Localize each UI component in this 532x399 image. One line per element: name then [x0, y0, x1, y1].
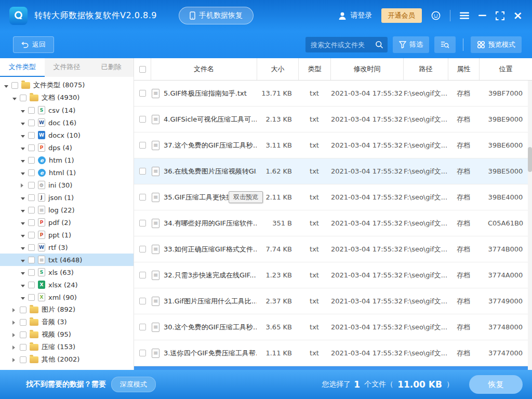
- expand-arrow-icon[interactable]: [21, 131, 26, 139]
- tree-item-images[interactable]: 图片 (892): [0, 303, 134, 316]
- collapse-arrow-icon[interactable]: [12, 356, 18, 364]
- tree-item-dps[interactable]: dps (4): [0, 141, 134, 154]
- tree-checkbox[interactable]: [20, 331, 26, 338]
- column-header-attr[interactable]: 属性: [448, 58, 479, 80]
- preview-mode-button[interactable]: 预览模式: [471, 36, 522, 53]
- table-row[interactable]: 30.这个免费的GIF压缩工具秒... 3.65 KB txt 2021-03-…: [134, 314, 532, 340]
- tree-checkbox[interactable]: [28, 232, 35, 238]
- collapse-arrow-icon[interactable]: [12, 343, 18, 351]
- table-row[interactable]: 31.Gif图片压缩用什么工具比... 2.37 KB txt 2021-03-…: [134, 288, 532, 314]
- expand-arrow-icon[interactable]: [21, 256, 26, 264]
- tree-checkbox[interactable]: [28, 207, 35, 214]
- expand-arrow-icon[interactable]: [4, 82, 9, 89]
- tree-checkbox[interactable]: [28, 269, 35, 276]
- column-header-type[interactable]: 类型: [298, 58, 330, 80]
- table-row[interactable]: 4.GIFSicle可视化压缩工具可... 2.13 KB txt 2021-0…: [134, 107, 532, 132]
- tree-item-doc[interactable]: doc (16): [0, 116, 134, 129]
- row-checkbox[interactable]: [139, 350, 146, 356]
- tree-checkbox[interactable]: [28, 157, 35, 164]
- expand-arrow-icon[interactable]: [21, 219, 26, 227]
- tree-checkbox[interactable]: [28, 132, 35, 139]
- row-checkbox[interactable]: [139, 116, 146, 123]
- tree-item-audio[interactable]: 音频 (3): [0, 316, 134, 328]
- expand-arrow-icon[interactable]: [21, 169, 26, 177]
- collapse-arrow-icon[interactable]: [12, 318, 18, 326]
- tree-item-xml[interactable]: xml (90): [0, 291, 134, 303]
- expand-arrow-icon[interactable]: [21, 107, 26, 114]
- tree-checkbox[interactable]: [20, 319, 26, 326]
- row-checkbox[interactable]: [139, 272, 146, 278]
- expand-arrow-icon[interactable]: [21, 281, 26, 289]
- minimize-button[interactable]: [478, 15, 487, 17]
- tree-item-other[interactable]: 其他 (2002): [0, 353, 134, 366]
- search-icon[interactable]: [375, 41, 383, 49]
- tab-file-type[interactable]: 文件类型: [0, 58, 45, 77]
- table-row[interactable]: 37.这个免费的GIF压缩工具秒... 3.11 KB txt 2021-03-…: [134, 132, 532, 158]
- deep-mode-button[interactable]: 深度模式: [111, 377, 156, 392]
- tree-item-docs[interactable]: 文档 (4930): [0, 91, 134, 104]
- tree-item-html[interactable]: html (1): [0, 166, 134, 179]
- tree-checkbox[interactable]: [20, 356, 26, 363]
- close-button[interactable]: ×: [513, 10, 523, 21]
- collapse-arrow-icon[interactable]: [21, 181, 26, 189]
- tree-checkbox[interactable]: [28, 219, 35, 226]
- tree-checkbox[interactable]: [28, 294, 35, 301]
- table-row[interactable]: 34.有哪些好用的GIF压缩软件... 351 B txt 2021-03-04…: [134, 210, 532, 236]
- expand-arrow-icon[interactable]: [21, 269, 26, 276]
- tree-item-json[interactable]: json (1): [0, 191, 134, 204]
- tree-item-docx[interactable]: docx (10): [0, 129, 134, 141]
- tree-checkbox[interactable]: [11, 82, 18, 89]
- row-checkbox[interactable]: [139, 246, 146, 252]
- login-button[interactable]: 请登录: [338, 11, 373, 20]
- tree-item-all[interactable]: 文件类型 (8075): [0, 79, 134, 91]
- row-checkbox[interactable]: [139, 298, 146, 304]
- tab-deleted[interactable]: 已删除: [89, 58, 134, 77]
- column-header-path[interactable]: 路径: [403, 58, 448, 80]
- expand-arrow-icon[interactable]: [21, 294, 26, 301]
- tree-item-txt[interactable]: txt (4648): [0, 254, 134, 266]
- tree-checkbox[interactable]: [28, 169, 35, 176]
- column-header-size[interactable]: 大小: [257, 58, 298, 80]
- tree-checkbox[interactable]: [20, 95, 26, 101]
- search-list-button[interactable]: [434, 36, 456, 53]
- search-box[interactable]: [305, 37, 388, 52]
- vertical-scrollbar[interactable]: [528, 81, 532, 370]
- tree-item-xls[interactable]: xls (63): [0, 266, 134, 278]
- table-row[interactable]: 33.如何正确压缩GIF格式文件... 7.74 KB txt 2021-03-…: [134, 236, 532, 262]
- vip-button[interactable]: 开通会员: [381, 8, 422, 23]
- recover-button[interactable]: 恢复: [469, 375, 523, 394]
- collapse-arrow-icon[interactable]: [12, 306, 18, 314]
- tree-checkbox[interactable]: [20, 344, 26, 351]
- column-header-location[interactable]: 位置: [479, 58, 532, 80]
- tree-checkbox[interactable]: [28, 257, 35, 263]
- row-checkbox[interactable]: [139, 168, 146, 175]
- maximize-button[interactable]: [496, 11, 504, 20]
- expand-arrow-icon[interactable]: [21, 156, 26, 164]
- tree-item-xlsx[interactable]: xlsx (24): [0, 278, 134, 291]
- expand-arrow-icon[interactable]: [21, 144, 26, 152]
- expand-arrow-icon[interactable]: [21, 244, 26, 251]
- tree-checkbox[interactable]: [28, 107, 35, 114]
- tree-checkbox[interactable]: [28, 194, 35, 201]
- selected-row-partial[interactable]: [134, 366, 532, 370]
- tab-file-path[interactable]: 文件路径: [45, 58, 89, 77]
- back-button[interactable]: 返回: [13, 36, 54, 53]
- expand-arrow-icon[interactable]: [21, 119, 26, 127]
- tree-checkbox[interactable]: [28, 182, 35, 189]
- tree-item-video[interactable]: 视频 (95): [0, 328, 134, 341]
- expand-arrow-icon[interactable]: [21, 194, 26, 202]
- scrollbar-thumb[interactable]: [528, 147, 532, 172]
- row-checkbox[interactable]: [139, 194, 146, 201]
- expand-arrow-icon[interactable]: [21, 231, 26, 239]
- tree-item-pdf[interactable]: pdf (2): [0, 216, 134, 229]
- row-checkbox[interactable]: [139, 90, 146, 97]
- search-input[interactable]: [311, 41, 375, 49]
- tree-item-archive[interactable]: 压缩 (153): [0, 341, 134, 353]
- phone-recovery-button[interactable]: 手机数据恢复: [179, 7, 254, 24]
- tree-checkbox[interactable]: [28, 144, 35, 151]
- table-row[interactable]: 5.GIF终极压缩指南知乎.txt 13.71 KB txt 2021-03-0…: [134, 81, 532, 107]
- column-header-name[interactable]: 文件名: [151, 58, 257, 80]
- table-row[interactable]: 35.GIF压缩工具更快捷 2.11 KB txt 2021-03-04 17:…: [134, 184, 532, 210]
- tree-checkbox[interactable]: [20, 307, 26, 313]
- column-header-modified[interactable]: 修改时间: [330, 58, 403, 80]
